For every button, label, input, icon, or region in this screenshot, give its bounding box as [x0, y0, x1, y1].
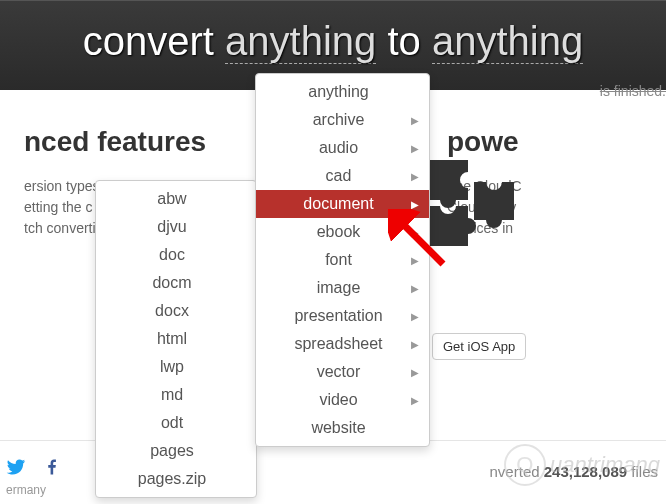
category-item-video[interactable]: video▶ — [256, 386, 429, 414]
category-item-cad[interactable]: cad▶ — [256, 162, 429, 190]
chevron-right-icon: ▶ — [411, 395, 419, 406]
watermark-text: uantrimang — [550, 452, 660, 478]
hero-from-keyword[interactable]: anything — [225, 19, 376, 64]
chevron-right-icon: ▶ — [411, 143, 419, 154]
format-item-docx[interactable]: docx — [96, 297, 256, 325]
category-item-spreadsheet[interactable]: spreadsheet▶ — [256, 330, 429, 358]
category-item-presentation[interactable]: presentation▶ — [256, 302, 429, 330]
format-item-pages-zip[interactable]: pages.zip — [96, 465, 256, 493]
category-label: spreadsheet — [294, 335, 382, 352]
category-label: image — [317, 279, 361, 296]
powerful-heading: powe — [447, 126, 642, 158]
watermark: Q uantrimang — [504, 444, 660, 486]
category-label: archive — [313, 111, 365, 128]
chevron-right-icon: ▶ — [411, 339, 419, 350]
category-label: presentation — [294, 307, 382, 324]
category-item-image[interactable]: image▶ — [256, 274, 429, 302]
category-item-archive[interactable]: archive▶ — [256, 106, 429, 134]
chevron-right-icon: ▶ — [411, 115, 419, 126]
document-submenu: abwdjvudocdocmdocxhtmllwpmdodtpagespages… — [95, 180, 257, 498]
category-label: vector — [317, 363, 361, 380]
format-item-md[interactable]: md — [96, 381, 256, 409]
format-item-docm[interactable]: docm — [96, 269, 256, 297]
finished-text: is finished. — [600, 83, 666, 99]
category-label: anything — [308, 83, 369, 100]
hero-mid: to — [376, 19, 432, 63]
puzzle-icon — [430, 160, 525, 250]
chevron-right-icon: ▶ — [411, 199, 419, 210]
category-label: document — [303, 195, 373, 212]
facebook-icon[interactable] — [42, 457, 62, 481]
format-item-odt[interactable]: odt — [96, 409, 256, 437]
category-item-website[interactable]: website — [256, 414, 429, 442]
chevron-right-icon: ▶ — [411, 227, 419, 238]
chevron-right-icon: ▶ — [411, 255, 419, 266]
social-icons — [6, 457, 62, 481]
format-item-html[interactable]: html — [96, 325, 256, 353]
format-item-abw[interactable]: abw — [96, 185, 256, 213]
watermark-icon: Q — [504, 444, 546, 486]
category-label: audio — [319, 139, 358, 156]
category-label: cad — [326, 167, 352, 184]
category-item-audio[interactable]: audio▶ — [256, 134, 429, 162]
chevron-right-icon: ▶ — [411, 171, 419, 182]
category-label: video — [319, 391, 357, 408]
chevron-right-icon: ▶ — [411, 367, 419, 378]
category-item-vector[interactable]: vector▶ — [256, 358, 429, 386]
category-item-anything[interactable]: anything — [256, 78, 429, 106]
category-label: ebook — [317, 223, 361, 240]
category-item-document[interactable]: document▶ — [256, 190, 429, 218]
get-ios-app-button[interactable]: Get iOS App — [432, 333, 526, 360]
hero-prefix: convert — [83, 19, 225, 63]
format-item-lwp[interactable]: lwp — [96, 353, 256, 381]
hero-to-keyword[interactable]: anything — [432, 19, 583, 64]
category-label: website — [311, 419, 365, 436]
category-item-ebook[interactable]: ebook▶ — [256, 218, 429, 246]
format-item-doc[interactable]: doc — [96, 241, 256, 269]
category-label: font — [325, 251, 352, 268]
category-menu: anythingarchive▶audio▶cad▶document▶ebook… — [255, 73, 430, 447]
chevron-right-icon: ▶ — [411, 283, 419, 294]
features-heading: nced features — [24, 126, 219, 158]
format-item-djvu[interactable]: djvu — [96, 213, 256, 241]
format-item-pages[interactable]: pages — [96, 437, 256, 465]
chevron-right-icon: ▶ — [411, 311, 419, 322]
twitter-icon[interactable] — [6, 457, 26, 481]
footer-location: ermany — [6, 483, 46, 497]
category-item-font[interactable]: font▶ — [256, 246, 429, 274]
hero-title: convert anything to anything — [0, 19, 666, 64]
